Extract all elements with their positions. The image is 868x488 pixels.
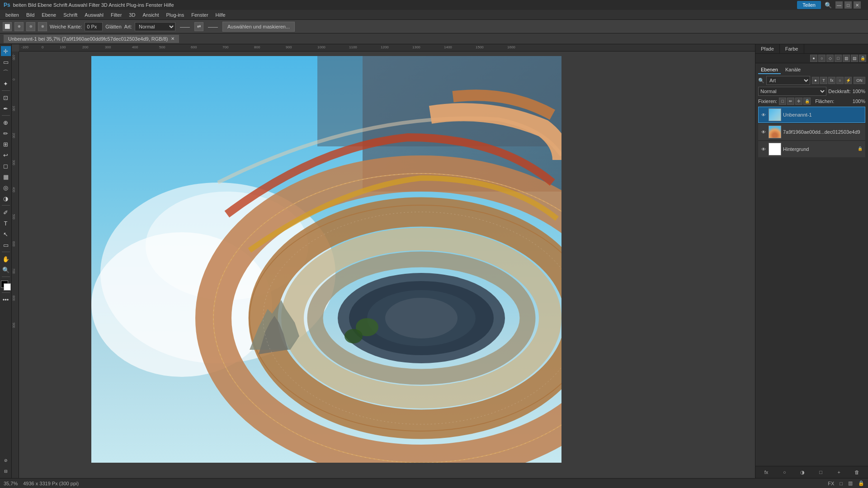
status-icon-lock[interactable]: 🔒 xyxy=(858,480,864,486)
layer-delete-button[interactable]: 🗑 xyxy=(853,468,861,476)
filter-icon-1[interactable]: ● xyxy=(812,77,819,84)
aspect-icon[interactable]: ⇄ xyxy=(194,22,203,31)
feather-input[interactable] xyxy=(85,22,103,31)
tool-heal[interactable]: ⊕ xyxy=(1,117,11,127)
layer-visibility-1[interactable]: 👁 xyxy=(760,129,767,135)
titlebar: Ps beiten Bild Ebene Schrift Auswahl Fil… xyxy=(0,0,868,10)
select-mask-button[interactable]: Auswählen und maskieren... xyxy=(222,22,295,32)
tab-close-icon[interactable]: ✕ xyxy=(171,36,175,41)
tool-icon-sub: ⊖ xyxy=(26,22,35,31)
layer-item-2[interactable]: 👁 Hintergrund 🔒 xyxy=(758,141,865,157)
close-button[interactable]: ✕ xyxy=(854,1,861,9)
maximize-button[interactable]: □ xyxy=(844,1,852,9)
menu-filter[interactable]: Filter xyxy=(107,11,125,19)
tool-more[interactable]: ••• xyxy=(1,295,11,305)
menu-fenster[interactable]: Fenster xyxy=(188,11,212,19)
panel-icon-circle-filled[interactable]: ● xyxy=(810,55,817,62)
layer-visibility-2[interactable]: 👁 xyxy=(760,146,767,152)
blend-mode-select[interactable]: Normal Auflösen Abdunkeln Multiplizieren xyxy=(758,87,826,96)
menu-ebene[interactable]: Ebene xyxy=(38,11,60,19)
panel-icon-square[interactable]: □ xyxy=(835,55,842,62)
minimize-button[interactable]: — xyxy=(835,1,843,9)
tool-brush[interactable]: ✏ xyxy=(1,128,11,138)
tool-screen-mode[interactable]: ⊟ xyxy=(1,466,11,476)
layer-item-1[interactable]: 👁 7a9f1960ae00dd...dec012503e4d9 xyxy=(758,124,865,140)
layer-mask-button[interactable]: ○ xyxy=(780,468,788,476)
tool-hand[interactable]: ✋ xyxy=(1,254,11,264)
app-title: Ps beiten Bild Ebene Schrift Auswahl Fil… xyxy=(4,2,174,8)
status-icon-layer[interactable]: ▥ xyxy=(848,480,853,486)
lock-pixel-icon[interactable]: ✏ xyxy=(787,98,794,105)
menu-bearbeiten[interactable]: beiten xyxy=(2,11,23,19)
menu-plugins[interactable]: Plug-ins xyxy=(163,11,188,19)
search-icon[interactable]: 🔍 xyxy=(825,2,832,9)
ruler-horizontal: -100 0 100 200 300 400 500 600 700 800 9… xyxy=(19,44,755,52)
menu-items-label: beiten Bild Ebene Schrift Auswahl Filter… xyxy=(13,2,174,8)
share-button[interactable]: Teilen xyxy=(797,1,821,9)
lock-all-icon[interactable]: 🔒 xyxy=(803,98,811,105)
lock-transparent-icon[interactable]: □ xyxy=(779,98,786,105)
tool-text[interactable]: T xyxy=(1,218,11,228)
panel-icon-mask[interactable]: ▤ xyxy=(851,55,858,62)
tab-title: Unbenannt-1 bei 35,7% (7a9f1960ae00dd9fc… xyxy=(8,36,168,42)
layer-fx-button[interactable]: fx xyxy=(762,468,770,476)
tool-eyedropper[interactable]: ✒ xyxy=(1,103,11,113)
filter-icon: 🔍 xyxy=(758,78,764,84)
document-tab[interactable]: Unbenannt-1 bei 35,7% (7a9f1960ae00dd9fc… xyxy=(4,35,179,43)
layer-filter-select[interactable]: Art xyxy=(766,76,810,85)
tool-crop[interactable]: ⊡ xyxy=(1,93,11,103)
tool-gradient[interactable]: ▦ xyxy=(1,172,11,182)
menu-bild[interactable]: Bild xyxy=(23,11,38,19)
status-icon-artboard[interactable]: □ xyxy=(840,481,843,486)
layer-adjustment-button[interactable]: ◑ xyxy=(798,468,807,476)
tool-path-select[interactable]: ↖ xyxy=(1,229,11,239)
tool-clone[interactable]: ⊞ xyxy=(1,139,11,149)
tool-move[interactable]: ✛ xyxy=(1,46,11,56)
tab-kanaele[interactable]: Kanäle xyxy=(783,66,803,74)
tool-shape[interactable]: ▭ xyxy=(1,240,11,250)
menu-ansicht[interactable]: Ansicht xyxy=(139,11,162,19)
tool-quick-select[interactable]: ✦ xyxy=(1,79,11,89)
layer-thumb-1 xyxy=(769,126,781,138)
toolbar-separator-1 xyxy=(2,90,10,91)
tab-ebenen[interactable]: Ebenen xyxy=(758,66,781,74)
status-icon-fx[interactable]: FX xyxy=(828,481,834,486)
menu-hilfe[interactable]: Hilfe xyxy=(212,11,229,19)
lock-position-icon[interactable]: ✛ xyxy=(795,98,802,105)
filter-icon-2[interactable]: T xyxy=(820,77,827,84)
tab-farbe[interactable]: Farbe xyxy=(780,44,804,53)
layer-new-button[interactable]: + xyxy=(835,468,843,476)
background-color[interactable] xyxy=(4,283,11,291)
art-select[interactable]: Normal Fest Vom Mittelpunkt xyxy=(135,22,175,31)
filter-toggle[interactable]: ON xyxy=(854,77,865,84)
tool-history[interactable]: ↩ xyxy=(1,150,11,160)
panel-icon-lock[interactable]: 🔒 xyxy=(859,55,866,62)
opacity-value: 100% xyxy=(853,89,865,94)
filter-icon-4[interactable]: ○ xyxy=(836,77,844,84)
color-swatches[interactable] xyxy=(1,281,11,291)
layer-visibility-0[interactable]: 👁 xyxy=(760,112,767,118)
tool-select-rect[interactable]: ▭ xyxy=(1,57,11,67)
document-dimensions: 4936 x 3319 Px (300 ppi) xyxy=(23,481,79,486)
tool-dodge[interactable]: ◑ xyxy=(1,193,11,203)
tab-pfade[interactable]: Pfade xyxy=(755,44,780,53)
filter-icon-5[interactable]: ⚡ xyxy=(844,77,852,84)
panel-icon-layer-fx[interactable]: ▥ xyxy=(843,55,850,62)
filter-icon-3[interactable]: fx xyxy=(828,77,835,84)
aspect-icons: ⇄ xyxy=(194,22,203,31)
tool-lasso[interactable]: ⌒ xyxy=(1,68,11,78)
tool-quickmask[interactable]: ⊘ xyxy=(1,455,11,465)
menu-schrift[interactable]: Schrift xyxy=(60,11,81,19)
layer-item-0[interactable]: 👁 Unbenannt-1 xyxy=(758,107,865,123)
tool-pen[interactable]: ✐ xyxy=(1,207,11,217)
tool-eraser[interactable]: ◻ xyxy=(1,161,11,171)
panel-icon-diamond[interactable]: ◇ xyxy=(826,55,834,62)
canvas-image xyxy=(91,56,561,463)
tool-zoom[interactable]: 🔍 xyxy=(1,265,11,275)
tool-blur[interactable]: ◎ xyxy=(1,183,11,192)
menu-3d[interactable]: 3D xyxy=(125,11,139,19)
panel-icon-circle[interactable]: ○ xyxy=(818,55,826,62)
menu-auswahl[interactable]: Auswahl xyxy=(81,11,107,19)
right-panel: Pfade Farbe ● ○ ◇ □ ▥ ▤ 🔒 Ebenen Kanäle xyxy=(755,44,868,478)
layer-group-button[interactable]: □ xyxy=(817,468,825,476)
